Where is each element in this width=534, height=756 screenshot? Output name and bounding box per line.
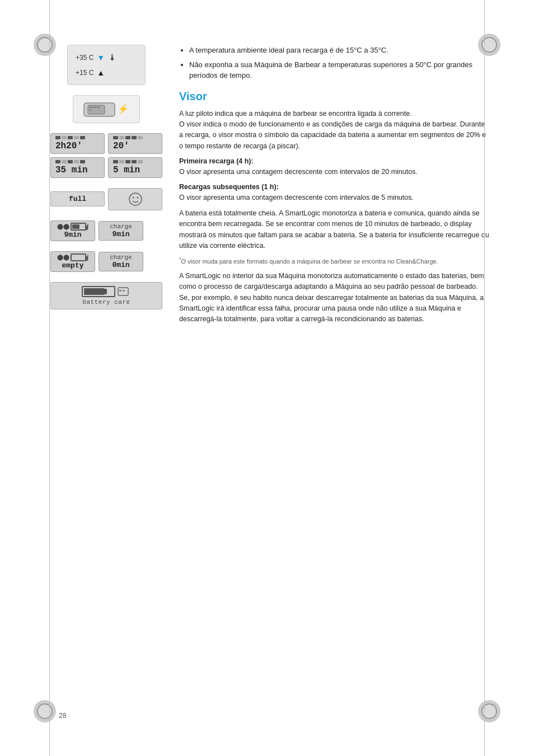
charge-right-box: charge 9min	[99, 221, 143, 241]
subsection1-text: O visor apresenta uma contagem decrescen…	[179, 167, 489, 177]
battery-plug-icon: ⬤⬤	[57, 223, 69, 229]
thermometer-icon: 🌡	[108, 50, 117, 66]
section-intro-text: A luz piloto indica que a máquina de bar…	[179, 109, 489, 152]
para2-text: A bateria está totalmente cheia. A Smart…	[179, 208, 489, 252]
charge-label-2: charge	[110, 254, 132, 261]
battery-care-screen-icon	[118, 286, 131, 297]
svg-rect-4	[97, 106, 100, 108]
seg17	[119, 160, 124, 163]
lcd-segs-35-left	[55, 160, 85, 163]
intro-bullet-list: A temperatura ambiente ideal para recarg…	[179, 45, 489, 81]
battery-care-tip	[104, 289, 107, 294]
seg20	[138, 160, 143, 163]
shaver-icon-svg: ⚡	[81, 98, 132, 120]
battery-fill-1	[72, 224, 79, 229]
seg18	[125, 160, 130, 163]
seg16	[113, 160, 118, 163]
intro-para: A luz piloto indica que a máquina de bar…	[179, 110, 486, 150]
empty-label: empty	[62, 261, 83, 270]
right-panel: A temperatura ambiente ideal para recarg…	[168, 0, 534, 756]
shaver-icon-box: ⚡	[73, 95, 140, 123]
subsection1-title: Primeira recarga (4 h):	[179, 157, 489, 165]
temp-low-row: +15 C ▲	[76, 66, 137, 80]
empty-plug-icon: ⬤⬤	[57, 254, 69, 260]
page: +35 C ▼ 🌡 +15 C ▲ ⚡	[0, 0, 534, 756]
bullet-item-2: Não exponha a sua Máquina de Barbear a t…	[189, 59, 489, 81]
charge-row-1: ⬤⬤ I 9min charge 9min	[50, 220, 162, 241]
page-number: 28	[59, 712, 66, 720]
temperature-display: +35 C ▼ 🌡 +15 C ▲	[67, 45, 146, 85]
seg4	[74, 136, 79, 139]
svg-rect-3	[93, 106, 96, 108]
temp-arrow-down-icon: ▲	[97, 66, 105, 80]
battery-left-box: ⬤⬤ I 9min	[50, 220, 95, 241]
seg1	[55, 136, 60, 139]
lcd-segs-top-right	[113, 136, 143, 139]
full-label-box: full	[50, 191, 105, 206]
lcd-unit-35min: 35 min	[50, 157, 105, 178]
seg2	[62, 136, 67, 139]
lcd-unit-5min: 5 min	[108, 157, 162, 178]
corner-decoration-tr	[478, 34, 500, 56]
charge-row-2: ⬤⬤ I empty charge 0min	[50, 251, 162, 272]
seg5	[80, 136, 85, 139]
lcd-value-20: 20'	[113, 141, 129, 151]
full-display-row: full	[50, 188, 162, 210]
lcd-segs-top-left	[55, 136, 85, 139]
svg-rect-5	[89, 109, 92, 111]
seg14	[74, 160, 79, 163]
charge-left-time: 9min	[64, 231, 81, 239]
battery-plug-row: ⬤⬤ I	[57, 223, 89, 231]
svg-point-7	[129, 193, 142, 205]
battery-care-box: battery care	[50, 282, 162, 309]
bullet-text-1: A temperatura ambiente ideal para recarg…	[189, 46, 388, 54]
section-title-visor: Visor	[179, 90, 489, 103]
battery-tip-1	[86, 226, 88, 230]
temp-high-row: +35 C ▼ 🌡	[76, 50, 137, 66]
footnote-content: O visor muda para este formato quando a …	[181, 258, 438, 265]
temp-high-value: +35 C	[76, 52, 93, 64]
seg19	[132, 160, 137, 163]
svg-text:⚡: ⚡	[118, 104, 129, 114]
lcd-unit-20: 20'	[108, 133, 162, 154]
seg7	[119, 136, 124, 139]
empty-left-box: ⬤⬤ I empty	[50, 251, 95, 272]
lcd-grid-time: 2h20' 20'	[50, 133, 162, 178]
vertical-line-left	[49, 0, 50, 756]
charge-right-time: 9min	[112, 230, 129, 238]
smiley-icon	[127, 191, 144, 207]
lcd-segs-5min-right	[113, 160, 143, 163]
bullet-item-1: A temperatura ambiente ideal para recarg…	[189, 45, 489, 56]
seg9	[132, 136, 137, 139]
charge-zero-time: 0min	[112, 261, 129, 269]
seg13	[68, 160, 73, 163]
svg-rect-12	[123, 290, 125, 292]
svg-rect-11	[119, 290, 121, 292]
seg15	[80, 160, 85, 163]
seg8	[125, 136, 130, 139]
corner-decoration-bl	[34, 700, 56, 722]
seg12	[62, 160, 67, 163]
temp-low-value: +15 C	[76, 67, 93, 79]
charge-label-1: charge	[110, 223, 132, 230]
para3-text: A SmartLogic no interior da sua Máquina …	[179, 271, 489, 325]
seg3	[68, 136, 73, 139]
lcd-value-2h20: 2h20'	[55, 141, 82, 151]
battery-care-icon-row	[82, 286, 131, 297]
lcd-value-35min: 35 min	[55, 165, 88, 175]
lcd-value-5min: 5 min	[113, 165, 140, 175]
temp-arrow-up-icon: ▼	[97, 51, 105, 65]
svg-rect-2	[89, 106, 92, 108]
seg10	[138, 136, 143, 139]
seg11	[55, 160, 60, 163]
subsection2-title: Recargas subsequentes (1 h):	[179, 183, 489, 191]
charge-zero-box: charge 0min	[99, 252, 143, 271]
battery-care-body	[82, 286, 115, 297]
lcd-unit-2h20: 2h20'	[50, 133, 105, 154]
smiley-icon-box	[108, 188, 162, 210]
battery-tip-empty	[86, 256, 88, 261]
corner-decoration-br	[478, 700, 500, 722]
vertical-line-right	[484, 0, 485, 756]
svg-point-8	[132, 196, 134, 198]
corner-decoration-tl	[34, 34, 56, 56]
